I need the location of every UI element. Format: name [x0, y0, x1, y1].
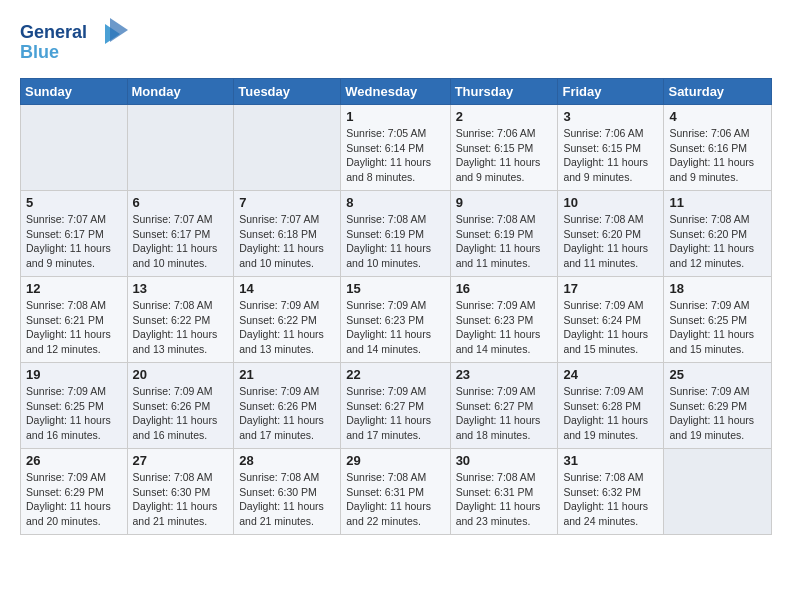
calendar-cell: 29Sunrise: 7:08 AM Sunset: 6:31 PM Dayli…	[341, 449, 450, 535]
day-info: Sunrise: 7:07 AM Sunset: 6:18 PM Dayligh…	[239, 212, 335, 271]
calendar-cell: 1Sunrise: 7:05 AM Sunset: 6:14 PM Daylig…	[341, 105, 450, 191]
calendar-cell: 23Sunrise: 7:09 AM Sunset: 6:27 PM Dayli…	[450, 363, 558, 449]
day-info: Sunrise: 7:06 AM Sunset: 6:15 PM Dayligh…	[456, 126, 553, 185]
day-number: 24	[563, 367, 658, 382]
calendar-cell: 14Sunrise: 7:09 AM Sunset: 6:22 PM Dayli…	[234, 277, 341, 363]
day-info: Sunrise: 7:08 AM Sunset: 6:20 PM Dayligh…	[669, 212, 766, 271]
day-info: Sunrise: 7:09 AM Sunset: 6:27 PM Dayligh…	[346, 384, 444, 443]
day-info: Sunrise: 7:07 AM Sunset: 6:17 PM Dayligh…	[133, 212, 229, 271]
day-info: Sunrise: 7:09 AM Sunset: 6:28 PM Dayligh…	[563, 384, 658, 443]
calendar-cell: 21Sunrise: 7:09 AM Sunset: 6:26 PM Dayli…	[234, 363, 341, 449]
day-number: 8	[346, 195, 444, 210]
calendar-cell: 3Sunrise: 7:06 AM Sunset: 6:15 PM Daylig…	[558, 105, 664, 191]
weekday-header-thursday: Thursday	[450, 79, 558, 105]
day-number: 15	[346, 281, 444, 296]
day-number: 1	[346, 109, 444, 124]
day-info: Sunrise: 7:08 AM Sunset: 6:19 PM Dayligh…	[456, 212, 553, 271]
logo-icon: General Blue	[20, 16, 130, 64]
calendar-cell: 13Sunrise: 7:08 AM Sunset: 6:22 PM Dayli…	[127, 277, 234, 363]
weekday-header-row: SundayMondayTuesdayWednesdayThursdayFrid…	[21, 79, 772, 105]
day-info: Sunrise: 7:09 AM Sunset: 6:23 PM Dayligh…	[456, 298, 553, 357]
day-info: Sunrise: 7:09 AM Sunset: 6:29 PM Dayligh…	[26, 470, 122, 529]
calendar-week-4: 19Sunrise: 7:09 AM Sunset: 6:25 PM Dayli…	[21, 363, 772, 449]
day-info: Sunrise: 7:09 AM Sunset: 6:26 PM Dayligh…	[133, 384, 229, 443]
day-number: 6	[133, 195, 229, 210]
day-info: Sunrise: 7:09 AM Sunset: 6:24 PM Dayligh…	[563, 298, 658, 357]
weekday-header-friday: Friday	[558, 79, 664, 105]
calendar-week-3: 12Sunrise: 7:08 AM Sunset: 6:21 PM Dayli…	[21, 277, 772, 363]
day-number: 3	[563, 109, 658, 124]
day-number: 14	[239, 281, 335, 296]
calendar-cell: 25Sunrise: 7:09 AM Sunset: 6:29 PM Dayli…	[664, 363, 772, 449]
calendar-cell: 15Sunrise: 7:09 AM Sunset: 6:23 PM Dayli…	[341, 277, 450, 363]
calendar-cell: 2Sunrise: 7:06 AM Sunset: 6:15 PM Daylig…	[450, 105, 558, 191]
day-number: 25	[669, 367, 766, 382]
calendar-cell: 20Sunrise: 7:09 AM Sunset: 6:26 PM Dayli…	[127, 363, 234, 449]
day-number: 9	[456, 195, 553, 210]
day-info: Sunrise: 7:08 AM Sunset: 6:32 PM Dayligh…	[563, 470, 658, 529]
day-info: Sunrise: 7:06 AM Sunset: 6:16 PM Dayligh…	[669, 126, 766, 185]
calendar-cell	[664, 449, 772, 535]
svg-marker-3	[110, 18, 128, 42]
day-number: 16	[456, 281, 553, 296]
calendar-cell: 19Sunrise: 7:09 AM Sunset: 6:25 PM Dayli…	[21, 363, 128, 449]
calendar-cell: 4Sunrise: 7:06 AM Sunset: 6:16 PM Daylig…	[664, 105, 772, 191]
calendar-week-1: 1Sunrise: 7:05 AM Sunset: 6:14 PM Daylig…	[21, 105, 772, 191]
calendar: SundayMondayTuesdayWednesdayThursdayFrid…	[20, 78, 772, 535]
day-info: Sunrise: 7:09 AM Sunset: 6:26 PM Dayligh…	[239, 384, 335, 443]
calendar-cell: 22Sunrise: 7:09 AM Sunset: 6:27 PM Dayli…	[341, 363, 450, 449]
day-number: 27	[133, 453, 229, 468]
calendar-cell: 30Sunrise: 7:08 AM Sunset: 6:31 PM Dayli…	[450, 449, 558, 535]
calendar-cell: 17Sunrise: 7:09 AM Sunset: 6:24 PM Dayli…	[558, 277, 664, 363]
calendar-cell: 28Sunrise: 7:08 AM Sunset: 6:30 PM Dayli…	[234, 449, 341, 535]
day-info: Sunrise: 7:09 AM Sunset: 6:25 PM Dayligh…	[669, 298, 766, 357]
calendar-cell: 27Sunrise: 7:08 AM Sunset: 6:30 PM Dayli…	[127, 449, 234, 535]
calendar-cell: 9Sunrise: 7:08 AM Sunset: 6:19 PM Daylig…	[450, 191, 558, 277]
day-info: Sunrise: 7:09 AM Sunset: 6:22 PM Dayligh…	[239, 298, 335, 357]
day-number: 20	[133, 367, 229, 382]
calendar-cell: 31Sunrise: 7:08 AM Sunset: 6:32 PM Dayli…	[558, 449, 664, 535]
day-number: 19	[26, 367, 122, 382]
day-info: Sunrise: 7:05 AM Sunset: 6:14 PM Dayligh…	[346, 126, 444, 185]
day-number: 12	[26, 281, 122, 296]
calendar-cell: 12Sunrise: 7:08 AM Sunset: 6:21 PM Dayli…	[21, 277, 128, 363]
day-number: 22	[346, 367, 444, 382]
day-number: 2	[456, 109, 553, 124]
day-info: Sunrise: 7:08 AM Sunset: 6:30 PM Dayligh…	[133, 470, 229, 529]
day-number: 17	[563, 281, 658, 296]
calendar-cell: 18Sunrise: 7:09 AM Sunset: 6:25 PM Dayli…	[664, 277, 772, 363]
calendar-cell: 6Sunrise: 7:07 AM Sunset: 6:17 PM Daylig…	[127, 191, 234, 277]
day-info: Sunrise: 7:08 AM Sunset: 6:22 PM Dayligh…	[133, 298, 229, 357]
day-info: Sunrise: 7:08 AM Sunset: 6:31 PM Dayligh…	[346, 470, 444, 529]
day-number: 13	[133, 281, 229, 296]
svg-text:General: General	[20, 22, 87, 42]
calendar-week-2: 5Sunrise: 7:07 AM Sunset: 6:17 PM Daylig…	[21, 191, 772, 277]
day-info: Sunrise: 7:09 AM Sunset: 6:25 PM Dayligh…	[26, 384, 122, 443]
page: General Blue SundayMondayTuesdayWednesda…	[0, 0, 792, 612]
logo: General Blue	[20, 16, 130, 68]
header: General Blue	[20, 16, 772, 68]
calendar-cell: 24Sunrise: 7:09 AM Sunset: 6:28 PM Dayli…	[558, 363, 664, 449]
day-number: 31	[563, 453, 658, 468]
calendar-cell: 11Sunrise: 7:08 AM Sunset: 6:20 PM Dayli…	[664, 191, 772, 277]
day-number: 28	[239, 453, 335, 468]
calendar-cell: 16Sunrise: 7:09 AM Sunset: 6:23 PM Dayli…	[450, 277, 558, 363]
day-info: Sunrise: 7:06 AM Sunset: 6:15 PM Dayligh…	[563, 126, 658, 185]
weekday-header-sunday: Sunday	[21, 79, 128, 105]
calendar-cell: 10Sunrise: 7:08 AM Sunset: 6:20 PM Dayli…	[558, 191, 664, 277]
day-number: 4	[669, 109, 766, 124]
day-number: 10	[563, 195, 658, 210]
calendar-cell: 5Sunrise: 7:07 AM Sunset: 6:17 PM Daylig…	[21, 191, 128, 277]
day-number: 18	[669, 281, 766, 296]
day-number: 29	[346, 453, 444, 468]
day-number: 23	[456, 367, 553, 382]
calendar-cell	[234, 105, 341, 191]
calendar-week-5: 26Sunrise: 7:09 AM Sunset: 6:29 PM Dayli…	[21, 449, 772, 535]
day-info: Sunrise: 7:08 AM Sunset: 6:21 PM Dayligh…	[26, 298, 122, 357]
weekday-header-saturday: Saturday	[664, 79, 772, 105]
day-info: Sunrise: 7:08 AM Sunset: 6:20 PM Dayligh…	[563, 212, 658, 271]
calendar-cell	[21, 105, 128, 191]
svg-text:Blue: Blue	[20, 42, 59, 62]
calendar-cell	[127, 105, 234, 191]
day-info: Sunrise: 7:09 AM Sunset: 6:23 PM Dayligh…	[346, 298, 444, 357]
